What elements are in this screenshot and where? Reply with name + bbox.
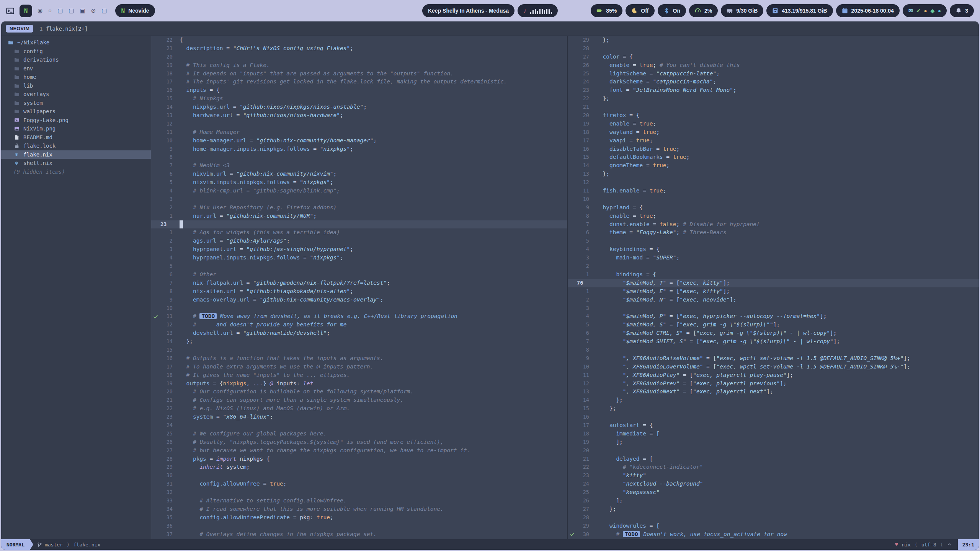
tree-item-flake.lock[interactable]: flake.lock	[1, 142, 151, 150]
code-line[interactable]: 10	[568, 195, 979, 204]
code-line[interactable]: 20 firefox = {	[568, 111, 979, 120]
code-line[interactable]: 5	[151, 262, 567, 271]
code-line[interactable]: 20	[151, 53, 567, 61]
git-branch[interactable]: master	[33, 539, 67, 550]
code-line[interactable]: 2 # Nix User Repository (e.g. Firefox ad…	[151, 204, 567, 212]
code-line[interactable]: 15	[151, 346, 567, 354]
tree-item-derivations[interactable]: derivations	[1, 55, 151, 64]
code-line[interactable]: 36	[151, 522, 567, 530]
code-line[interactable]: 23	[151, 220, 567, 229]
code-line[interactable]: 19 enable = true;	[568, 120, 979, 128]
workspace-icon[interactable]: ◉	[38, 7, 42, 14]
code-line[interactable]: 7 dunst.enable = false; # Disable for hy…	[568, 220, 979, 229]
code-line[interactable]: 22 # "kdeconnect-indicator"	[568, 463, 979, 471]
code-line[interactable]: 11 ", XF86AudioPlay" = ["exec, playerctl…	[568, 371, 979, 380]
code-line[interactable]: 4 keybindings = {	[568, 245, 979, 254]
code-line[interactable]: 27 color = {	[568, 53, 979, 61]
code-line[interactable]: 26 # Usually, "nixpkgs.legacyPackages.${…	[151, 438, 567, 447]
workspace-icon[interactable]: ▢	[57, 7, 63, 14]
code-line[interactable]: 22 # e.g. NixOS (linux) and MacOS (darwi…	[151, 404, 567, 413]
idle-inhibitor-module[interactable]: Off	[626, 4, 654, 17]
tree-item-Foggy-Lake.png[interactable]: Foggy-Lake.png	[1, 116, 151, 125]
code-line[interactable]: 2 "$mainMod, N" = ["exec, neovide"];	[568, 296, 979, 304]
code-line[interactable]: 28	[568, 514, 979, 522]
memory-module[interactable]: 9/30 GiB	[721, 4, 763, 17]
code-line[interactable]: 18 # It depends on "inputs" that are pas…	[151, 70, 567, 78]
code-line[interactable]: 9 ", XF86AudioRaiseVolume" = ["exec, wpc…	[568, 354, 979, 363]
code-line[interactable]: 25 lightScheme = "catppuccin-latte";	[568, 70, 979, 78]
code-line[interactable]: 27 };	[568, 505, 979, 514]
code-line[interactable]: 3	[151, 195, 567, 204]
tree-item-NixFlake[interactable]: ~/NixFlake	[1, 38, 151, 47]
media-visualizer[interactable]: ♪	[518, 4, 558, 17]
code-line[interactable]: 76 "$mainMod, T" = ["exec, kitty"];	[568, 279, 979, 287]
code-line[interactable]: 1 # Ags for widgets (this was a terrible…	[151, 228, 567, 237]
code-line[interactable]: 4 hyprpanel.inputs.nixpkgs.follows = "ni…	[151, 254, 567, 262]
code-line[interactable]: 20	[568, 447, 979, 455]
tree-item-home[interactable]: home	[1, 73, 151, 82]
code-line[interactable]: 24 darkScheme = "catppuccin-mocha";	[568, 78, 979, 86]
code-line[interactable]: 29 inherit system;	[151, 463, 567, 471]
code-line[interactable]: 5 "$mainMod, S" = ["exec, grim -g \"$(sl…	[568, 321, 979, 329]
tree-item-NixVim.png[interactable]: NixVim.png	[1, 124, 151, 133]
code-line[interactable]: 8 enable = true;	[568, 212, 979, 220]
code-line[interactable]: 6 nixvim.url = "github:nix-community/nix…	[151, 170, 567, 178]
terminal-icon[interactable]	[6, 7, 14, 15]
code-line[interactable]: 29 };	[568, 36, 979, 44]
code-line[interactable]: 21 # Configs can support more than a sin…	[151, 396, 567, 404]
tree-item-flake.nix[interactable]: ❄flake.nix	[1, 150, 151, 159]
editor-pane-right[interactable]: 29 };2827 color = {26 enable = true; # Y…	[567, 36, 979, 539]
workspace-icon[interactable]: ▢	[101, 7, 107, 14]
code-line[interactable]: 12	[568, 178, 979, 187]
workspace-active-neovim[interactable]: N	[20, 5, 32, 17]
tree-item-README.md[interactable]: README.md	[1, 133, 151, 142]
code-line[interactable]: 27 # but because we want to change the n…	[151, 447, 567, 455]
workspace-icon[interactable]: ▢	[69, 7, 74, 14]
tree-item-shell.nix[interactable]: ❄shell.nix	[1, 159, 151, 168]
code-line[interactable]: 13 };	[568, 170, 979, 178]
clock-module[interactable]: 2025-06-18 00:04	[836, 4, 900, 17]
workspace-icon[interactable]: ○	[48, 7, 52, 14]
code-line[interactable]: 4 "$mainMod, P" = ["exec, hyprpicker --a…	[568, 312, 979, 321]
code-line[interactable]: 25 "keepassxc"	[568, 488, 979, 497]
code-line[interactable]: 8 nix-alien.url = "github:thiagokokada/n…	[151, 287, 567, 296]
tray-icon[interactable]: ●	[924, 8, 927, 14]
code-line[interactable]: 21	[568, 103, 979, 111]
code-line[interactable]: 16	[568, 413, 979, 421]
tray-icon[interactable]: ◆	[931, 8, 934, 14]
code-line[interactable]: 26 ];	[568, 497, 979, 505]
code-line[interactable]: 3 main-mod = "SUPER";	[568, 254, 979, 262]
code-line[interactable]: 18 wayland = true;	[568, 128, 979, 137]
code-line[interactable]: 21 delayed = [	[568, 455, 979, 463]
code-line[interactable]: 8	[151, 153, 567, 161]
code-line[interactable]: 9 hyprland = {	[568, 204, 979, 212]
code-line[interactable]: 37 # Overlays define changes in the nixp…	[151, 530, 567, 539]
workspace-icon[interactable]: ▣	[80, 7, 85, 14]
code-line[interactable]: 8	[568, 346, 979, 354]
tree-item-lib[interactable]: lib	[1, 82, 151, 90]
code-line[interactable]: 11 # TODO Move away from devshell, as it…	[151, 312, 567, 321]
code-line[interactable]: 17 autostart = {	[568, 421, 979, 430]
code-line[interactable]: 16 # Outputs is a function that takes th…	[151, 354, 567, 363]
code-line[interactable]: 5 nixvim.inputs.nixpkgs.follows = "nixpk…	[151, 178, 567, 187]
code-line[interactable]: 24 "nextcloud --background"	[568, 480, 979, 488]
code-line[interactable]: 23 "kitty"	[568, 471, 979, 480]
code-line[interactable]: 9 emacs-overlay.url = "github:nix-commun…	[151, 296, 567, 304]
code-line[interactable]: 26 enable = true; # You can't disable th…	[568, 61, 979, 70]
code-line[interactable]: 28 pkgs = import nixpkgs {	[151, 455, 567, 463]
code-line[interactable]: 25 # We configure our global packages he…	[151, 430, 567, 438]
code-line[interactable]: 5	[568, 237, 979, 245]
buffer-tab[interactable]: 1flake.nix[2+]	[39, 26, 88, 32]
code-line[interactable]: 23 system = "x86_64-linux";	[151, 413, 567, 421]
tree-item-overlays[interactable]: overlays	[1, 90, 151, 99]
code-line[interactable]: 18 # It gives the name "inputs" to the .…	[151, 371, 567, 380]
code-line[interactable]: 18 immediate = [	[568, 430, 979, 438]
code-line[interactable]: 16 disableTabBar = true;	[568, 145, 979, 153]
code-line[interactable]: 13 hardware.url = "github:nixos/nixos-ha…	[151, 111, 567, 120]
code-line[interactable]: 14 };	[151, 337, 567, 346]
code-line[interactable]: 6 theme = "Foggy-Lake"; # Three-Bears	[568, 228, 979, 237]
code-line[interactable]: 33 # Alternative to setting config.allow…	[151, 497, 567, 505]
battery-module[interactable]: 85%	[591, 4, 622, 17]
code-line[interactable]: 17 # To handle extra arguments we use th…	[151, 363, 567, 371]
code-line[interactable]: 13 ", XF86AudioNext" = ["exec, playerctl…	[568, 388, 979, 396]
